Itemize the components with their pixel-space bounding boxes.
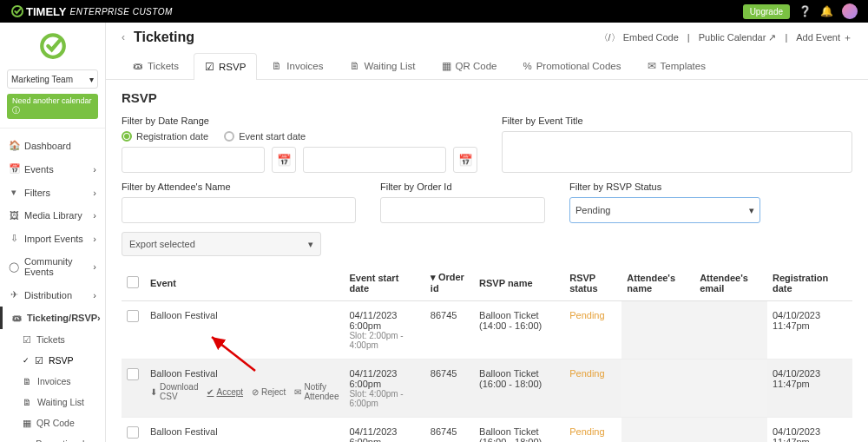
date-to-picker-button[interactable]: 📅 <box>453 147 477 173</box>
table-row[interactable]: Balloon Festival ⬇ Download CSV ✔ Accept… <box>122 360 852 418</box>
tab-icon: 🎟 <box>133 61 143 71</box>
embed-code-link[interactable]: 〈/〉Embed Code <box>599 31 679 44</box>
sub-icon: ▦ <box>23 418 31 428</box>
sidebar-subitem-rsvp[interactable]: ☑RSVP <box>0 350 105 371</box>
col-registration-date[interactable]: Registration date <box>767 265 852 301</box>
row-checkbox[interactable] <box>127 426 139 439</box>
panel: RSVP Filter by Date Range Registration d… <box>106 80 868 442</box>
nav-icon: ✈ <box>9 289 19 300</box>
registration-date: 04/10/2023 11:47pm <box>767 418 852 443</box>
table-row[interactable]: Balloon Festival 04/11/2023 6:00pmSlot: … <box>122 301 852 360</box>
nav-icon: ▾ <box>9 187 19 198</box>
brand-name: TIMELY <box>26 5 66 18</box>
rsvp-name: Balloon Ticket (16:00 - 18:00) <box>474 418 564 443</box>
tab-invoices[interactable]: 🗎Invoices <box>260 52 334 79</box>
mail-icon: ✉ <box>294 387 301 397</box>
tab-waiting-list[interactable]: 🗎Waiting List <box>339 52 427 79</box>
table-row[interactable]: Balloon Festival 04/11/2023 6:00pmSlot: … <box>122 418 852 443</box>
accept-action[interactable]: ✔ Accept <box>207 382 243 401</box>
notify-attendee-action[interactable]: ✉ Notify Attendee <box>294 382 339 401</box>
sidebar-subitem-waiting-list[interactable]: 🗎Waiting List <box>0 392 105 412</box>
sidebar-item-distribution[interactable]: ✈Distribution› <box>0 283 105 307</box>
col-rsvp-name[interactable]: RSVP name <box>474 265 564 301</box>
rsvp-status: Pending <box>569 426 604 437</box>
col-attendee-name[interactable]: Attendee's name <box>621 265 694 301</box>
sidebar-item-media-library[interactable]: 🖼Media Library› <box>0 204 105 227</box>
tab-label: Invoices <box>286 61 323 71</box>
attendee-name-cell <box>621 301 694 360</box>
attendee-name-input[interactable] <box>122 197 356 223</box>
col-order[interactable]: ▾ Order id <box>425 265 474 301</box>
nav-label: Dashboard <box>24 141 71 151</box>
col-start[interactable]: Event start date <box>344 265 424 301</box>
col-rsvp-status[interactable]: RSVP status <box>564 265 621 301</box>
download-icon: ⬇ <box>150 387 157 397</box>
download-csv-action[interactable]: ⬇ Download CSV <box>150 382 198 401</box>
tab-templates[interactable]: ✉Templates <box>636 52 717 79</box>
sub-icon: ☑ <box>23 334 31 345</box>
sidebar-item-dashboard[interactable]: 🏠Dashboard <box>0 134 105 157</box>
reject-action[interactable]: ⊘ Reject <box>252 382 286 401</box>
export-selected-dropdown[interactable]: Export selected ▾ <box>122 232 321 256</box>
chevron-right-icon: › <box>93 164 96 175</box>
sort-icon: ▾ <box>431 272 438 282</box>
sub-label: QR Code <box>36 418 75 428</box>
tab-tickets[interactable]: 🎟Tickets <box>122 52 190 79</box>
select-all-checkbox[interactable] <box>127 276 139 288</box>
nav-label: Events <box>24 164 54 175</box>
nav-label: Distribution <box>24 290 72 300</box>
sidebar-item-events[interactable]: 📅Events› <box>0 157 105 181</box>
upgrade-button[interactable]: Upgrade <box>743 4 790 19</box>
sidebar-item-ticketing-rsvp[interactable]: 🎟Ticketing/RSVP› <box>0 307 105 329</box>
date-to-input[interactable] <box>303 147 446 173</box>
nav-icon: ◯ <box>9 261 19 273</box>
need-calendar-button[interactable]: Need another calendar ⓘ <box>7 94 98 119</box>
sub-icon: 🗎 <box>23 376 32 386</box>
date-from-input[interactable] <box>122 147 265 173</box>
tab-rsvp[interactable]: ☑RSVP <box>194 53 257 80</box>
radio-event-start-date[interactable]: Event start date <box>224 131 306 142</box>
sidebar-subitem-promotional-codes[interactable]: %Promotional Codes <box>0 433 105 442</box>
nav-icon: 🏠 <box>9 140 19 151</box>
order-id-input[interactable] <box>380 197 545 223</box>
tab-qr-code[interactable]: ▦QR Code <box>431 52 509 79</box>
rsvp-status-value: Pending <box>575 205 610 215</box>
public-calendar-link[interactable]: Public Calendar ↗ <box>699 32 777 43</box>
nav-label: Import Events <box>24 234 83 244</box>
tab-label: Promotional Codes <box>536 61 621 71</box>
rsvp-status: Pending <box>569 368 604 379</box>
sidebar: Marketing Team ▾ Need another calendar ⓘ… <box>0 23 106 442</box>
row-checkbox[interactable] <box>127 310 139 322</box>
sidebar-item-community-events[interactable]: ◯Community Events› <box>0 250 105 283</box>
collapse-sidebar-icon[interactable]: ‹ <box>122 31 125 43</box>
order-id: 86745 <box>425 360 474 418</box>
notifications-icon[interactable]: 🔔 <box>820 5 833 17</box>
plus-icon: ＋ <box>843 31 852 44</box>
brand-sub: ENTERPRISE CUSTOM <box>69 7 172 16</box>
col-event[interactable]: Event <box>145 265 344 301</box>
sidebar-subitem-invoices[interactable]: 🗎Invoices <box>0 371 105 392</box>
content-header: ‹ Ticketing 〈/〉Embed Code | Public Calen… <box>106 23 868 52</box>
tab-label: Waiting List <box>365 61 416 71</box>
event-title-input[interactable] <box>502 131 852 173</box>
avatar[interactable] <box>842 3 858 19</box>
add-event-link[interactable]: Add Event ＋ <box>796 31 852 44</box>
rsvp-status-select[interactable]: Pending ▾ <box>569 197 760 223</box>
help-icon[interactable]: ❔ <box>799 5 812 17</box>
radio-registration-date[interactable]: Registration date <box>122 131 208 142</box>
team-select[interactable]: Marketing Team ▾ <box>7 69 98 89</box>
nav-label: Community Events <box>24 256 93 277</box>
header-actions: 〈/〉Embed Code | Public Calendar ↗ | Add … <box>599 31 852 44</box>
filter-date-range-label: Filter by Date Range <box>122 115 477 126</box>
col-attendee-email[interactable]: Attendee's email <box>694 265 767 301</box>
date-from-picker-button[interactable]: 📅 <box>272 147 296 173</box>
sidebar-subitem-tickets[interactable]: ☑Tickets <box>0 329 105 350</box>
logo-icon <box>10 4 24 18</box>
tab-promotional-codes[interactable]: %Promotional Codes <box>511 52 632 79</box>
row-checkbox[interactable] <box>127 368 139 380</box>
attendee-name-cell <box>621 418 694 443</box>
sidebar-subitem-qr-code[interactable]: ▦QR Code <box>0 412 105 433</box>
sidebar-item-import-events[interactable]: ⇩Import Events› <box>0 227 105 250</box>
app-logo: TIMELY ENTERPRISE CUSTOM <box>10 4 173 18</box>
sidebar-item-filters[interactable]: ▾Filters› <box>0 181 105 204</box>
